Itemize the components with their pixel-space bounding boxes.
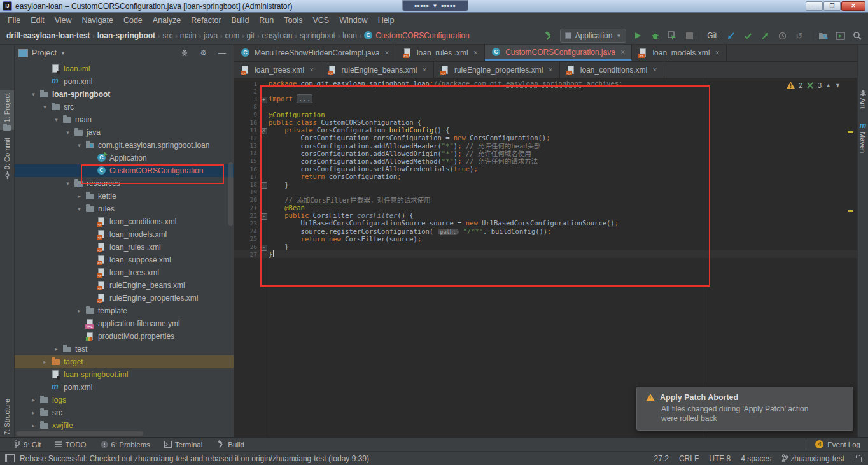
lock-icon[interactable]: [855, 457, 862, 462]
bottom-tab-6-problems[interactable]: 6: Problems: [101, 441, 150, 448]
annotation-gutter-icon[interactable]: @: [261, 127, 265, 134]
tree-collapsed-chevron-icon[interactable]: ▸: [30, 410, 37, 416]
menu-item-window[interactable]: Window: [334, 14, 372, 27]
tree-item-java[interactable]: ▾java: [15, 126, 234, 139]
editor-tab-customcorsconfiguration-java[interactable]: CustomCORSConfiguration.java✕: [485, 45, 632, 61]
tree-expanded-chevron-icon[interactable]: ▾: [41, 104, 48, 110]
bottom-tab-terminal[interactable]: Terminal: [164, 441, 202, 448]
fold-expand-icon[interactable]: +: [261, 97, 267, 103]
tree-item-logs[interactable]: ▸logs: [15, 394, 234, 406]
close-tab-icon[interactable]: ✕: [548, 67, 553, 73]
fold-collapse-icon[interactable]: -: [261, 245, 267, 251]
tree-expanded-chevron-icon[interactable]: ▾: [76, 206, 83, 212]
gear-icon[interactable]: ⚙: [196, 48, 211, 57]
file-encoding[interactable]: UTF-8: [709, 454, 731, 463]
menu-item-help[interactable]: Help: [373, 14, 400, 27]
tree-collapsed-chevron-icon[interactable]: ▸: [30, 422, 37, 429]
warning-stripe-mark[interactable]: [848, 131, 853, 133]
tree-item-loan-conditions-xml[interactable]: <>loan_conditions.xml: [15, 215, 234, 228]
tree-expanded-chevron-icon[interactable]: ▾: [76, 142, 83, 148]
editor-tab-menutreeshowhiddencoreimpl-java[interactable]: MenuTreeShowHiddenCoreImpl.java✕: [234, 45, 396, 61]
tree-collapsed-chevron-icon[interactable]: ▸: [41, 359, 48, 365]
tree-item-loan-iml[interactable]: loan.iml: [15, 62, 234, 75]
breadcrumb-item-customcorsconfiguration[interactable]: CustomCORSConfiguration: [363, 31, 470, 40]
tree-item-loan-models-xml[interactable]: <>loan_models.xml: [15, 228, 234, 241]
fold-collapse-icon[interactable]: -: [261, 213, 267, 220]
chevron-down-icon[interactable]: ▼: [60, 50, 66, 56]
tree-collapsed-chevron-icon[interactable]: ▸: [76, 308, 83, 314]
inspection-widget[interactable]: 2 3 ▲ ▼: [787, 82, 841, 89]
breadcrumb-item-main[interactable]: main: [179, 31, 198, 40]
tree-horizontal-scrollbar[interactable]: [16, 431, 143, 436]
tree-item-customcorsconfiguration[interactable]: CustomCORSConfiguration: [15, 164, 234, 177]
event-log-button[interactable]: 4 Event Log: [806, 440, 860, 450]
next-problem-icon[interactable]: ▼: [835, 82, 841, 89]
tree-item-loan-springboot[interactable]: ▾loan-springboot: [15, 88, 234, 101]
git-push-icon[interactable]: [759, 30, 771, 41]
tree-item-xwjfile[interactable]: ▸xwjfile: [15, 419, 234, 431]
search-icon[interactable]: [851, 30, 863, 41]
editor-tab-loan-conditions-xml[interactable]: <>loan_conditions.xml✕: [560, 62, 664, 78]
breadcrumb-item-easyloan[interactable]: easyloan: [261, 31, 294, 40]
breadcrumb-item-git[interactable]: git: [245, 31, 256, 40]
editor-tab-loan-trees-xml[interactable]: <>loan_trees.xml✕: [234, 62, 321, 78]
git-branch-widget[interactable]: zhuanxiang-test: [781, 454, 844, 463]
run-anything-icon[interactable]: [834, 30, 846, 41]
editor-tab-ruleengine-beans-xml[interactable]: <>ruleEngine_beans.xml✕: [321, 62, 434, 78]
tree-item-test[interactable]: ▸test: [15, 343, 234, 355]
close-tab-icon[interactable]: ✕: [422, 67, 427, 73]
warning-stripe-mark[interactable]: [848, 210, 853, 212]
tree-item-application-filename-yml[interactable]: YMLapplication-filename.yml: [15, 317, 234, 330]
project-panel-title[interactable]: Project: [32, 48, 57, 57]
close-tab-icon[interactable]: ✕: [652, 67, 657, 73]
menu-item-analyze[interactable]: Analyze: [148, 14, 186, 27]
close-tab-icon[interactable]: ✕: [384, 50, 389, 56]
tree-collapsed-chevron-icon[interactable]: ▸: [30, 397, 37, 403]
tree-item-main[interactable]: ▾main: [15, 113, 234, 126]
line-separator[interactable]: CRLF: [679, 454, 699, 463]
tree-item-src[interactable]: ▾src: [15, 101, 234, 113]
tree-item-pom-xml[interactable]: mpom.xml: [15, 75, 234, 88]
caret-position[interactable]: 27:2: [654, 454, 669, 463]
close-tab-icon[interactable]: ✕: [620, 49, 626, 55]
minimize-button[interactable]: —: [806, 1, 823, 11]
collapse-all-icon[interactable]: [177, 49, 192, 57]
tree-collapsed-chevron-icon[interactable]: ▸: [53, 346, 60, 352]
menu-item-build[interactable]: Build: [227, 14, 255, 27]
menu-item-vcs[interactable]: VCS: [307, 14, 334, 27]
editor-tab-ruleengine-properties-xml[interactable]: <>ruleEngine_properties.xml✕: [434, 62, 560, 78]
close-tab-icon[interactable]: ✕: [715, 50, 720, 56]
bottom-tab-todo[interactable]: TODO: [55, 441, 86, 448]
menu-item-run[interactable]: Run: [254, 14, 279, 27]
tree-expanded-chevron-icon[interactable]: ▾: [53, 117, 60, 123]
tree-item-loan-trees-xml[interactable]: <>loan_trees.xml: [15, 266, 234, 279]
tool-stripe-0-commit[interactable]: 0: Commit: [0, 135, 14, 183]
menu-item-navigate[interactable]: Navigate: [77, 14, 118, 27]
tree-vertical-scrollbar[interactable]: [228, 162, 233, 226]
history-icon[interactable]: [776, 30, 788, 41]
run-configuration-selector[interactable]: Application ▼: [560, 29, 627, 43]
tree-item-loan-suppose-xml[interactable]: <>loan_suppose.xml: [15, 254, 234, 266]
tree-item-ruleengine-beans-xml[interactable]: <>ruleEngine_beans.xml: [15, 279, 234, 292]
menu-item-edit[interactable]: Edit: [25, 14, 50, 27]
menu-item-tools[interactable]: Tools: [279, 14, 307, 27]
tool-stripe-maven[interactable]: mMaven: [858, 121, 868, 167]
tool-stripe-1-project[interactable]: 1: Project: [0, 90, 14, 130]
code-editor[interactable]: 1package com.git.easyloan.springboot.loa…: [234, 78, 857, 437]
breadcrumb-item-springboot[interactable]: springboot: [298, 31, 337, 40]
menu-item-refactor[interactable]: Refactor: [186, 14, 226, 27]
close-tab-icon[interactable]: ✕: [473, 50, 479, 56]
tree-item-src[interactable]: ▸src: [15, 406, 234, 419]
capture-widget[interactable]: ■■■■■▼■■■■■: [402, 0, 468, 11]
tree-item-target[interactable]: ▸target: [15, 355, 234, 368]
breadcrumb-item-loan-springboot[interactable]: loan-springboot: [96, 31, 157, 40]
editor-tab-loan-models-xml[interactable]: <>loan_models.xml✕: [632, 45, 727, 61]
tree-item-loan-springboot-iml[interactable]: loan-springboot.iml: [15, 368, 234, 381]
menu-item-view[interactable]: View: [50, 14, 77, 27]
stop-button[interactable]: [683, 30, 695, 41]
git-update-icon[interactable]: [725, 30, 736, 41]
fold-collapse-icon[interactable]: -: [261, 182, 267, 189]
indent-setting[interactable]: 4 spaces: [741, 454, 771, 463]
prev-problem-icon[interactable]: ▲: [825, 82, 831, 89]
tree-item-productmod-properties[interactable]: productMod.properties: [15, 330, 234, 343]
